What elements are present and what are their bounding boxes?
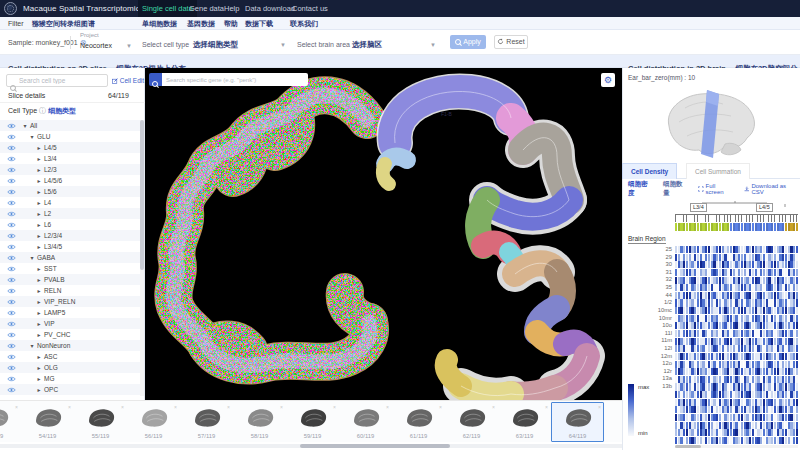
cell-edit-button[interactable]: Cell Edit: [112, 77, 144, 84]
expand-caret-icon[interactable]: ▸: [36, 276, 42, 283]
tree-row[interactable]: ▸MG: [0, 373, 140, 384]
tree-row[interactable]: ▾GLU: [0, 131, 140, 142]
expand-caret-icon[interactable]: ▸: [36, 210, 42, 217]
chevron-down-icon[interactable]: ▼: [430, 42, 436, 48]
slice-thumb[interactable]: ×63/119: [498, 402, 551, 442]
nav-data-download-zh[interactable]: 数据下载: [245, 19, 273, 29]
visibility-eye-icon[interactable]: [7, 222, 16, 228]
tree-row[interactable]: ▸SST: [0, 263, 140, 274]
gene-search-input[interactable]: [162, 73, 308, 86]
tree-row[interactable]: ▸L3/4: [0, 153, 140, 164]
tab-cell-density[interactable]: Cell Density: [622, 163, 677, 179]
visibility-eye-icon[interactable]: [7, 145, 16, 151]
tree-row[interactable]: ▸L2/3: [0, 164, 140, 175]
tree-row[interactable]: ▸RELN: [0, 285, 140, 296]
tree-row[interactable]: ▸OLG: [0, 362, 140, 373]
visibility-eye-icon[interactable]: [7, 310, 16, 316]
close-icon[interactable]: ×: [439, 404, 442, 410]
collapse-caret-icon[interactable]: ▾: [29, 342, 35, 349]
expand-caret-icon[interactable]: ▸: [36, 353, 42, 360]
close-icon[interactable]: ×: [598, 404, 601, 410]
visibility-eye-icon[interactable]: [7, 244, 16, 250]
tree-row[interactable]: ▸L4: [0, 197, 140, 208]
cell-density-heatmap[interactable]: [675, 246, 798, 444]
tree-row[interactable]: ▸L5/6: [0, 186, 140, 197]
tree-row[interactable]: ▾All: [0, 120, 140, 131]
search-cell-type-input[interactable]: [6, 74, 108, 87]
chevron-down-icon[interactable]: ▼: [126, 43, 132, 49]
expand-caret-icon[interactable]: ▸: [36, 298, 42, 305]
tree-row[interactable]: ▸OPC: [0, 384, 140, 395]
visibility-eye-icon[interactable]: [7, 365, 16, 371]
expand-caret-icon[interactable]: ▸: [36, 364, 42, 371]
close-icon[interactable]: ×: [121, 404, 124, 410]
heatmap-scrollbar-thumb[interactable]: [675, 445, 701, 448]
slice-thumb[interactable]: ×54/119: [21, 402, 74, 442]
tab-cell-summation[interactable]: Cell Summation: [686, 163, 750, 179]
slice-thumb[interactable]: ×56/119: [127, 402, 180, 442]
slice-canvas[interactable]: F1-B: [145, 68, 622, 400]
chevron-down-icon[interactable]: ▼: [280, 42, 286, 48]
visibility-eye-icon[interactable]: [7, 134, 16, 140]
close-icon[interactable]: ×: [68, 404, 71, 410]
nav-single-cell-data-zh[interactable]: 单细胞数据: [142, 19, 177, 29]
visibility-eye-icon[interactable]: [7, 376, 16, 382]
expand-caret-icon[interactable]: ▸: [36, 199, 42, 206]
nav-contact-us-zh[interactable]: 联系我们: [290, 19, 318, 29]
nav-help-zh[interactable]: 帮助: [224, 19, 238, 29]
expand-caret-icon[interactable]: ▸: [36, 243, 42, 250]
close-icon[interactable]: ×: [386, 404, 389, 410]
expand-caret-icon[interactable]: ▸: [36, 320, 42, 327]
collapse-caret-icon[interactable]: ▾: [22, 122, 28, 129]
expand-caret-icon[interactable]: ▸: [36, 331, 42, 338]
slice-thumb-selected[interactable]: ×64/119: [551, 402, 604, 442]
tree-row[interactable]: ▸L4/5/6: [0, 175, 140, 186]
visibility-eye-icon[interactable]: [7, 387, 16, 393]
brain-area-select[interactable]: 选择脑区: [352, 40, 382, 50]
visibility-eye-icon[interactable]: [7, 288, 16, 294]
tree-row[interactable]: ▾NonNeuron: [0, 340, 140, 351]
full-screen-button[interactable]: Full screen: [698, 183, 734, 195]
visibility-eye-icon[interactable]: [7, 233, 16, 239]
close-icon[interactable]: ×: [174, 404, 177, 410]
sample-tag[interactable]: Sample: monkey_f001⊗: [8, 38, 86, 47]
close-icon[interactable]: ×: [333, 404, 336, 410]
expand-caret-icon[interactable]: ▸: [36, 155, 42, 162]
slice-thumb[interactable]: ×53/119: [0, 402, 21, 442]
tree-row[interactable]: ▸L4/5: [0, 142, 140, 153]
apply-button[interactable]: Apply: [450, 35, 486, 49]
visibility-eye-icon[interactable]: [7, 277, 16, 283]
reset-button[interactable]: Reset: [494, 35, 528, 49]
tree-row[interactable]: ▸L2: [0, 208, 140, 219]
visibility-eye-icon[interactable]: [7, 343, 16, 349]
visibility-eye-icon[interactable]: [7, 354, 16, 360]
slice-thumb[interactable]: ×59/119: [286, 402, 339, 442]
tree-row[interactable]: ▸LAMP5: [0, 307, 140, 318]
tree-row[interactable]: ▸PVALB: [0, 274, 140, 285]
brain-3d-view[interactable]: [655, 84, 765, 160]
slice-thumb[interactable]: ×60/119: [339, 402, 392, 442]
slice-thumb[interactable]: ×61/119: [392, 402, 445, 442]
visibility-eye-icon[interactable]: [7, 123, 16, 129]
tree-row[interactable]: ▸VIP: [0, 318, 140, 329]
expand-caret-icon[interactable]: ▸: [36, 309, 42, 316]
gear-icon[interactable]: ⚙: [601, 73, 615, 87]
visibility-eye-icon[interactable]: [7, 266, 16, 272]
close-icon[interactable]: ×: [15, 404, 18, 410]
visibility-eye-icon[interactable]: [7, 200, 16, 206]
close-icon[interactable]: ×: [545, 404, 548, 410]
expand-caret-icon[interactable]: ▸: [36, 375, 42, 382]
tree-row[interactable]: ▸L2/3/4: [0, 230, 140, 241]
visibility-eye-icon[interactable]: [7, 332, 16, 338]
slice-thumb[interactable]: ×55/119: [74, 402, 127, 442]
collapse-caret-icon[interactable]: ▾: [29, 133, 35, 140]
visibility-eye-icon[interactable]: [7, 299, 16, 305]
close-icon[interactable]: ×: [280, 404, 283, 410]
download-csv-button[interactable]: Download as CSV: [744, 183, 798, 195]
expand-caret-icon[interactable]: ▸: [36, 287, 42, 294]
nav-gene-data-zh[interactable]: 基因数据: [187, 19, 215, 29]
tree-row[interactable]: ▸L3/4/5: [0, 241, 140, 252]
expand-caret-icon[interactable]: ▸: [36, 166, 42, 173]
visibility-eye-icon[interactable]: [7, 178, 16, 184]
visibility-eye-icon[interactable]: [7, 321, 16, 327]
